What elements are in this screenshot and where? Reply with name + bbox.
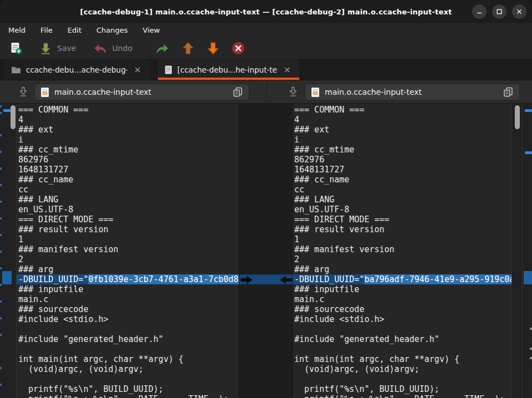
minimize-icon — [475, 8, 483, 16]
text-pane-right[interactable]: === COMMON ===4### exti### cc_mtime86297… — [292, 104, 512, 398]
edge-tick — [530, 348, 532, 350]
menu-file[interactable]: File — [40, 26, 53, 34]
scrollbar-thumb-right[interactable] — [515, 105, 520, 129]
undo-label[interactable]: Undo — [112, 44, 132, 53]
chunk-map-right[interactable] — [522, 104, 532, 398]
edge-tick — [0, 300, 2, 303]
code-line — [17, 324, 239, 334]
menu-changes[interactable]: Changes — [96, 26, 128, 34]
code-line: 1648131727 — [293, 165, 511, 175]
edge-tick — [0, 317, 2, 319]
code-line: === COMMON === — [17, 105, 239, 115]
previous-change-icon[interactable] — [181, 41, 195, 55]
save-pane-right-icon[interactable] — [288, 86, 298, 97]
code-line: ### arg — [17, 264, 239, 274]
maximize-button[interactable] — [492, 4, 507, 19]
minimize-button[interactable] — [472, 4, 487, 19]
edge-tick — [0, 251, 2, 253]
tab-close-icon[interactable]: × — [132, 65, 143, 75]
current-chunk-marker — [2, 271, 12, 284]
code-line: 862976 — [17, 155, 239, 165]
chunk-marker — [3, 109, 11, 112]
file-header-row: main.o.ccache-input-text main.o.ccache-i… — [0, 80, 532, 104]
code-line: 2 — [293, 254, 511, 264]
code-line: 1 — [17, 234, 239, 244]
code-line — [17, 344, 239, 354]
close-button[interactable] — [512, 4, 526, 19]
code-line: #include "generated_header.h" — [17, 334, 239, 344]
code-line: main.c — [293, 294, 511, 304]
code-line: int main(int argc, char **argv) { — [293, 354, 511, 364]
tab-ccache-debug-folders[interactable]: ccache-debu…ache-debug-2 × — [4, 59, 150, 80]
chunk-marker — [525, 151, 532, 154]
next-change-icon[interactable] — [206, 41, 220, 55]
code-line — [293, 344, 511, 354]
header-separator — [267, 80, 267, 103]
undo-icon[interactable] — [93, 42, 107, 54]
new-comparison-icon[interactable] — [9, 42, 23, 55]
copy-icon[interactable] — [503, 86, 514, 98]
code-line: === DIRECT MODE === — [293, 215, 511, 224]
menu-view[interactable]: View — [143, 26, 160, 34]
edge-tick — [0, 367, 2, 369]
code-line: main.c — [17, 294, 239, 304]
push-right-arrow-icon[interactable] — [241, 275, 253, 284]
toolbar: Save Undo — [0, 37, 532, 59]
tab-ccache-input-text[interactable]: [ccache-debu…he-input-text × — [158, 59, 299, 80]
window-title: [ccache-debug-1] main.o.ccache-input-tex… — [80, 8, 452, 16]
code-line — [293, 374, 511, 384]
code-line: 862976 — [293, 155, 511, 165]
code-line — [293, 324, 511, 334]
text-pane-left[interactable]: === COMMON ===4### exti### cc_mtime86297… — [17, 104, 239, 398]
save-icon[interactable] — [39, 42, 52, 55]
file-selector-right[interactable]: main.o.ccache-input-text — [305, 84, 520, 100]
menu-meld[interactable]: Meld — [8, 26, 25, 34]
meld-window: [ccache-debug-1] main.o.ccache-input-tex… — [0, 0, 532, 398]
code-line: ### cc_name — [293, 175, 511, 185]
diff-content: === COMMON ===4### exti### cc_mtime86297… — [0, 104, 532, 398]
scrollbar-track-right[interactable] — [513, 104, 522, 398]
save-pane-left-icon[interactable] — [18, 86, 28, 97]
text-file-icon — [311, 87, 320, 98]
code-line: ### cc_mtime — [293, 145, 511, 155]
tab-label: [ccache-debu…he-input-text — [177, 65, 277, 74]
push-left-arrow-icon[interactable] — [280, 275, 292, 284]
edge-tick — [0, 334, 2, 336]
menu-edit[interactable]: Edit — [68, 26, 81, 34]
chunk-map-left[interactable] — [0, 104, 17, 398]
tab-close-icon[interactable]: × — [282, 65, 293, 75]
scrollbar-thumb-left[interactable] — [11, 105, 16, 129]
code-line: ### ext — [293, 125, 511, 135]
code-line: 1648131727 — [17, 165, 239, 175]
edge-tick — [0, 217, 2, 220]
code-line: (void)argc, (void)argv; — [17, 364, 239, 374]
window-controls — [472, 4, 526, 19]
redo-icon[interactable] — [156, 42, 170, 54]
code-line: ### cc_mtime — [17, 145, 239, 155]
edge-tick — [0, 134, 2, 136]
edge-tick — [0, 384, 2, 386]
edge-tick — [0, 167, 2, 170]
stop-icon[interactable] — [231, 41, 245, 55]
code-line: ### result version — [293, 224, 511, 234]
code-line: ### cc_name — [17, 175, 239, 185]
chunk-marker — [525, 109, 532, 112]
code-line: ### arg — [293, 264, 511, 274]
code-line: 1 — [293, 234, 511, 244]
edge-tick — [0, 234, 2, 236]
edge-tick — [0, 267, 2, 269]
titlebar[interactable]: [ccache-debug-1] main.o.ccache-input-tex… — [0, 0, 532, 23]
code-line: #include "generated_header.h" — [293, 334, 511, 344]
code-line: #include <stdio.h> — [17, 314, 239, 324]
file-selector-left[interactable]: main.o.ccache-input-text — [34, 84, 249, 100]
copy-icon[interactable] — [232, 86, 243, 98]
edge-tick — [530, 357, 532, 359]
save-label[interactable]: Save — [57, 44, 76, 53]
code-line: === COMMON === — [293, 105, 511, 115]
diff-changed-line[interactable]: -DBUILD_UUID="0fb1039e-3cb7-4761-a3a1-7c… — [17, 274, 239, 284]
code-line: (void)argc, (void)argv; — [293, 364, 511, 374]
code-line: ### sourcecode — [293, 304, 511, 314]
diff-changed-line[interactable]: -DBUILD_UUID="ba796adf-7946-41e9-a295-91… — [293, 274, 511, 284]
close-icon — [515, 8, 523, 16]
text-file-icon — [40, 87, 49, 98]
